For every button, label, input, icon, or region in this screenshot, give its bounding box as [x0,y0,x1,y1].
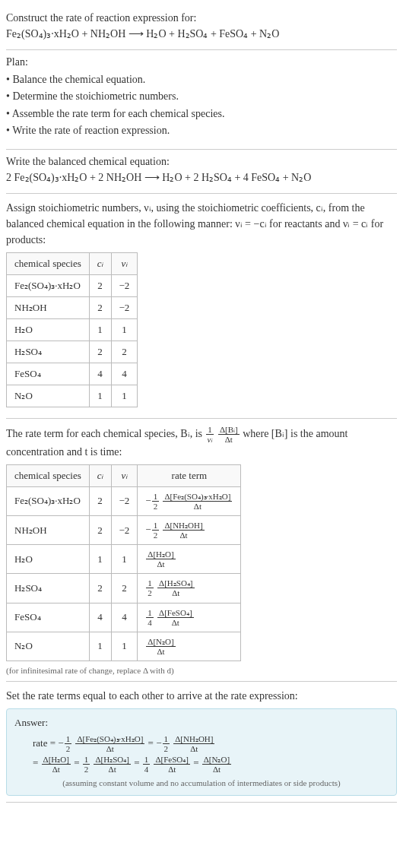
answer-label: Answer: [14,717,389,729]
stoich-table: chemical species cᵢ νᵢ Fe₂(SO₄)₃·xH₂O2−2… [6,252,138,407]
col-vi: νᵢ [111,252,138,274]
plan-item: Assemble the rate term for each chemical… [6,106,397,122]
balanced-title: Write the balanced chemical equation: [6,156,397,168]
frac-dBi-dt: Δ[Bᵢ]Δt [218,425,240,444]
frac-1-over-vi: 1νᵢ [206,425,214,444]
plan-item: Write the rate of reaction expression. [6,122,397,139]
balanced-eq-lhs: 2 Fe₂(SO₄)₃·xH₂O + 2 NH₂OH [6,172,141,183]
stoich-section: Assign stoichiometric numbers, νᵢ, using… [6,194,397,419]
rate-intro: The rate term for each chemical species,… [6,425,397,460]
table-row: Fe₂(SO₄)₃·xH₂O2−2 [7,274,138,296]
plan-title: Plan: [6,56,397,68]
table-header-row: chemical species cᵢ νᵢ rate term [7,464,241,486]
table-row: NH₂OH2−2 [7,296,138,318]
plan-item: Balance the chemical equation. [6,71,397,88]
table-row: H₂O11Δ[H₂O]Δt [7,545,241,574]
col-species: chemical species [7,464,90,486]
plan-list: Balance the chemical equation. Determine… [6,71,397,140]
table-row: FeSO₄4414 Δ[FeSO₄]Δt [7,603,241,632]
col-ci: cᵢ [89,464,111,486]
rate-expression: rate = −12 Δ[Fe₂(SO₄)₃·xH₂O]Δt = −12 Δ[N… [14,733,389,774]
stoich-intro: Assign stoichiometric numbers, νᵢ, using… [6,200,397,248]
table-row: NH₂OH2−2−12 Δ[NH₂OH]Δt [7,515,241,544]
balanced-eq-rhs: H₂O + 2 H₂SO₄ + 4 FeSO₄ + N₂O [162,172,311,183]
plan-item: Determine the stoichiometric numbers. [6,88,397,105]
intro-eq-lhs: Fe₂(SO₄)₃·xH₂O + NH₂OH [6,28,125,40]
col-species: chemical species [7,252,90,274]
arrow-icon: ⟶ [144,172,163,183]
col-rate-term: rate term [138,464,241,486]
plan-section: Plan: Balance the chemical equation. Det… [6,50,397,150]
answer-box: Answer: rate = −12 Δ[Fe₂(SO₄)₃·xH₂O]Δt =… [6,708,397,796]
col-ci: cᵢ [89,252,111,274]
intro-eq-rhs: H₂O + H₂SO₄ + FeSO₄ + N₂O [146,28,279,40]
balanced-section: Write the balanced chemical equation: 2 … [6,150,397,194]
balanced-equation: 2 Fe₂(SO₄)₃·xH₂O + 2 NH₂OH ⟶ H₂O + 2 H₂S… [6,171,397,184]
arrow-icon: ⟶ [129,28,147,40]
col-vi: νᵢ [111,464,138,486]
answer-section: Set the rate terms equal to each other t… [6,682,397,803]
table-row: N₂O11Δ[N₂O]Δt [7,632,241,661]
table-row: H₂O11 [7,318,138,341]
table-row: N₂O11 [7,385,138,407]
rate-table: chemical species cᵢ νᵢ rate term Fe₂(SO₄… [6,464,241,661]
table-row: H₂SO₄2212 Δ[H₂SO₄]Δt [7,574,241,603]
table-header-row: chemical species cᵢ νᵢ [7,252,138,274]
table-row: H₂SO₄22 [7,341,138,363]
intro-title: Construct the rate of reaction expressio… [6,12,397,24]
rate-note: (for infinitesimal rate of change, repla… [6,666,397,675]
table-row: FeSO₄44 [7,363,138,385]
rate-section: The rate term for each chemical species,… [6,419,397,682]
table-row: Fe₂(SO₄)₃·xH₂O2−2−12 Δ[Fe₂(SO₄)₃·xH₂O]Δt [7,486,241,515]
intro-equation: Fe₂(SO₄)₃·xH₂O + NH₂OH ⟶ H₂O + H₂SO₄ + F… [6,27,397,40]
intro-section: Construct the rate of reaction expressio… [6,6,397,50]
answer-note: (assuming constant volume and no accumul… [14,778,389,787]
set-equal-text: Set the rate terms equal to each other t… [6,688,397,704]
